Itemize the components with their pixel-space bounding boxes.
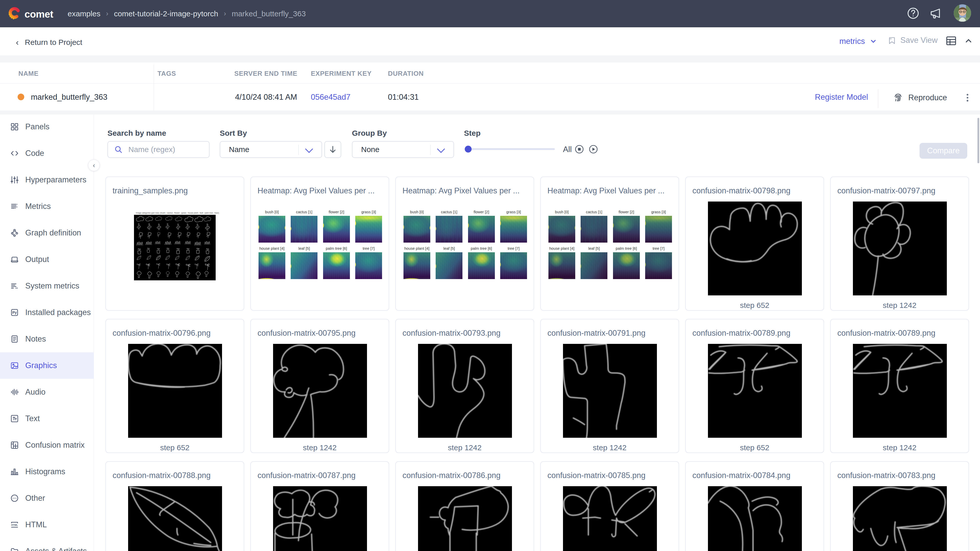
svg-text:Py: Py: [12, 310, 17, 314]
svg-text:HTML: HTML: [11, 524, 18, 526]
